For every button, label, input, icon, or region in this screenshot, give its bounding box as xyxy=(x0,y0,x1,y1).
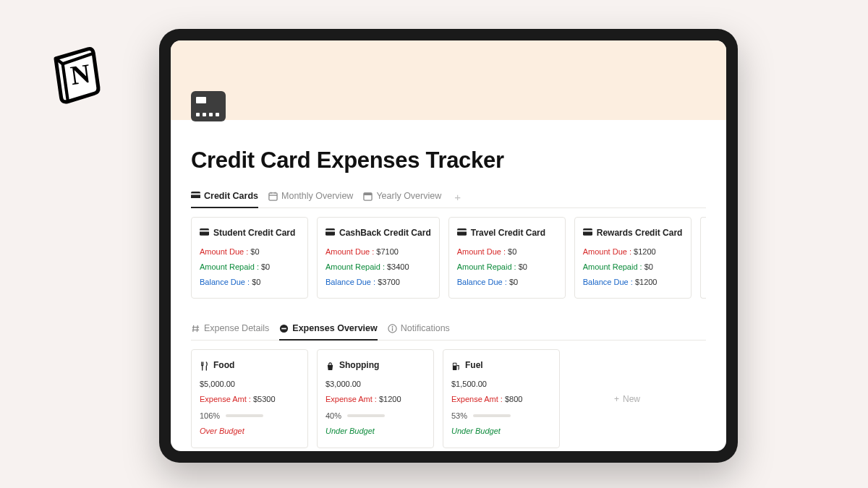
tab-label: Yearly Overview xyxy=(376,191,441,201)
calendar-grid-icon xyxy=(268,192,278,201)
expense-pct-label: 106% xyxy=(200,408,220,424)
tab-label: Expense Details xyxy=(204,323,269,333)
new-label: New xyxy=(623,394,640,404)
svg-rect-11 xyxy=(326,228,335,236)
hash-icon xyxy=(191,324,200,333)
credit-card-item[interactable]: Rewards Credit Card Amount Due : $1200 A… xyxy=(574,217,692,299)
svg-rect-9 xyxy=(200,228,209,236)
expense-item[interactable]: Fuel $1,500.00 Expense Amt : $800 53% Un… xyxy=(443,349,560,448)
tab-label: Monthly Overview xyxy=(281,191,353,201)
svg-rect-10 xyxy=(200,231,209,232)
card-name: Student Credit Card xyxy=(213,225,295,241)
credit-card-gallery: Student Credit Card Amount Due : $0 Amou… xyxy=(191,217,706,299)
app-screen: Credit Card Expenses Tracker Credit Card… xyxy=(171,40,726,451)
svg-rect-12 xyxy=(326,231,335,232)
card-name: Rewards Credit Card xyxy=(597,225,683,241)
page-banner xyxy=(171,40,726,120)
credit-card-icon xyxy=(326,228,335,237)
minus-circle-icon xyxy=(279,324,289,333)
info-icon xyxy=(388,324,397,333)
credit-card-icon xyxy=(200,228,209,237)
expense-status: Under Budget xyxy=(451,424,551,439)
plus-icon: + xyxy=(614,394,619,404)
notion-logo: N xyxy=(47,43,109,105)
expense-item[interactable]: Food $5,000.00 Expense Amt : $5300 106% … xyxy=(191,349,308,448)
expense-budget: $3,000.00 xyxy=(326,377,425,392)
credit-card-item[interactable]: CashBack Credit Card Amount Due : $7100 … xyxy=(317,217,440,299)
expense-budget: $1,500.00 xyxy=(451,377,551,392)
fuel-icon xyxy=(451,361,461,370)
svg-rect-16 xyxy=(583,231,592,232)
tab-label: Expenses Overview xyxy=(292,323,377,333)
credit-card-icon xyxy=(191,192,200,201)
svg-rect-15 xyxy=(583,228,592,236)
expense-pct-row: 53% xyxy=(451,408,551,424)
expense-pct-row: 40% xyxy=(326,408,425,424)
page-title: Credit Card Expenses Tracker xyxy=(191,147,706,174)
tab-notifications[interactable]: Notifications xyxy=(388,319,450,341)
svg-rect-14 xyxy=(457,231,467,232)
food-icon xyxy=(200,361,209,370)
expense-status: Under Budget xyxy=(326,424,425,439)
svg-rect-8 xyxy=(364,192,372,194)
credit-card-item[interactable]: Student Credit Card Amount Due : $0 Amou… xyxy=(191,217,308,299)
expense-name: Fuel xyxy=(465,357,483,374)
view-tabs-credit: Credit Cards Monthly Overview Yearly Ove… xyxy=(191,187,706,208)
progress-bar xyxy=(347,414,385,417)
svg-rect-3 xyxy=(269,192,277,200)
svg-rect-13 xyxy=(457,228,467,236)
tab-monthly-overview[interactable]: Monthly Overview xyxy=(268,187,353,208)
expense-status: Over Budget xyxy=(200,424,299,439)
calendar-icon xyxy=(363,192,373,201)
svg-rect-21 xyxy=(392,328,393,331)
tab-label: Notifications xyxy=(401,323,450,333)
svg-rect-2 xyxy=(191,193,200,194)
credit-card-item-overflow[interactable] xyxy=(700,217,706,299)
expense-budget: $5,000.00 xyxy=(200,377,299,392)
tablet-frame: Credit Card Expenses Tracker Credit Card… xyxy=(159,29,738,463)
tab-credit-cards[interactable]: Credit Cards xyxy=(191,187,258,208)
expense-name: Shopping xyxy=(339,357,379,374)
card-name: Travel Credit Card xyxy=(471,225,545,241)
svg-rect-18 xyxy=(282,328,287,330)
progress-bar xyxy=(226,414,263,417)
new-expense-button[interactable]: + New xyxy=(569,349,686,448)
progress-bar xyxy=(473,414,511,417)
expense-name: Food xyxy=(213,357,234,374)
expense-pct-label: 53% xyxy=(451,408,467,424)
shopping-icon xyxy=(326,361,335,370)
expense-item[interactable]: Shopping $3,000.00 Expense Amt : $1200 4… xyxy=(317,349,434,448)
tab-label: Credit Cards xyxy=(204,191,258,201)
credit-card-icon xyxy=(457,228,467,237)
tab-expenses-overview[interactable]: Expenses Overview xyxy=(279,319,377,341)
tab-expense-details[interactable]: Expense Details xyxy=(191,319,269,341)
page-icon-credit-card[interactable] xyxy=(191,91,226,121)
svg-rect-1 xyxy=(191,192,200,199)
credit-card-icon xyxy=(583,228,592,237)
svg-rect-23 xyxy=(454,364,456,366)
expense-pct-label: 40% xyxy=(326,408,341,424)
svg-point-20 xyxy=(391,326,393,328)
view-tabs-expenses: Expense Details Expenses Overview Notifi… xyxy=(191,319,706,341)
add-view-button[interactable]: + xyxy=(451,191,464,203)
expense-pct-row: 106% xyxy=(200,408,299,424)
tab-yearly-overview[interactable]: Yearly Overview xyxy=(363,187,441,208)
svg-text:N: N xyxy=(69,59,92,90)
expense-gallery: Food $5,000.00 Expense Amt : $5300 106% … xyxy=(191,349,706,448)
credit-card-item[interactable]: Travel Credit Card Amount Due : $0 Amoun… xyxy=(448,217,566,299)
card-name: CashBack Credit Card xyxy=(339,225,431,241)
